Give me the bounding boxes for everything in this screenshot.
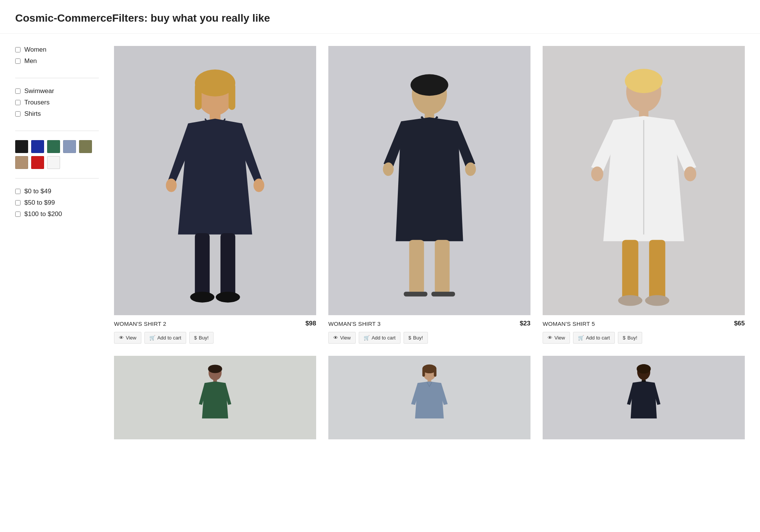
buy-button-1[interactable]: $ Buy!: [189, 332, 214, 344]
cart-icon: 🛒: [149, 335, 155, 341]
gender-filter-group: Women Men: [15, 46, 99, 78]
color-black[interactable]: [15, 140, 28, 153]
color-tan[interactable]: [15, 156, 28, 169]
price-filter-group: $0 to $49 $50 to $99 $100 to $200: [15, 188, 99, 231]
checkbox-men[interactable]: [15, 58, 21, 64]
svg-point-24: [625, 69, 662, 93]
svg-point-10: [190, 292, 214, 302]
color-white[interactable]: [47, 156, 60, 169]
svg-point-28: [684, 166, 696, 181]
checkbox-shirts[interactable]: [15, 111, 21, 117]
checkbox-swimwear[interactable]: [15, 88, 21, 94]
filter-swimwear[interactable]: Swimwear: [15, 87, 99, 95]
product-image-5: [328, 356, 530, 439]
buy-label: Buy!: [199, 335, 209, 341]
svg-point-6: [166, 178, 177, 192]
filter-men[interactable]: Men: [15, 57, 99, 65]
add-to-cart-button-1[interactable]: 🛒 Add to cart: [144, 332, 186, 344]
view-button-2[interactable]: 👁 View: [328, 332, 356, 344]
svg-rect-21: [431, 292, 455, 296]
dollar-icon: $: [194, 335, 197, 341]
view-button-3[interactable]: 👁 View: [543, 332, 570, 344]
product-info-1: WOMAN'S SHIRT 2 $98: [114, 320, 316, 327]
product-actions-1: 👁 View 🛒 Add to cart $ Buy!: [114, 332, 316, 344]
svg-rect-30: [649, 240, 665, 301]
color-olive[interactable]: [79, 140, 92, 153]
svg-point-31: [618, 295, 643, 306]
filter-price-0-49[interactable]: $0 to $49: [15, 188, 99, 195]
color-blue[interactable]: [31, 140, 44, 153]
view-label: View: [126, 335, 136, 341]
product-actions-3: 👁 View 🛒 Add to cart $ Buy!: [543, 332, 745, 344]
svg-point-27: [591, 166, 603, 181]
view-label-2: View: [340, 335, 351, 341]
cart-icon-3: 🛒: [578, 335, 584, 341]
svg-rect-19: [435, 240, 450, 294]
svg-rect-29: [622, 240, 638, 301]
sidebar: Women Men Swimwear Trousers Shirts: [15, 46, 99, 439]
svg-rect-9: [220, 233, 235, 297]
product-image-6: [543, 356, 745, 439]
svg-rect-41: [434, 369, 437, 377]
buy-label-2: Buy!: [413, 335, 423, 341]
add-to-cart-button-3[interactable]: 🛒 Add to cart: [573, 332, 615, 344]
checkbox-women[interactable]: [15, 47, 21, 52]
color-light-blue[interactable]: [63, 140, 76, 153]
color-swatches: [15, 140, 99, 169]
cart-label: Add to cart: [157, 335, 181, 341]
filter-women-label: Women: [24, 46, 46, 54]
filter-trousers[interactable]: Trousers: [15, 99, 99, 106]
view-button-1[interactable]: 👁 View: [114, 332, 141, 344]
svg-rect-3: [195, 83, 202, 110]
svg-point-32: [645, 295, 670, 306]
checkbox-price-0-49[interactable]: [15, 189, 21, 194]
products-grid: WOMAN'S SHIRT 2 $98 👁 View 🛒 Add to cart…: [114, 46, 745, 439]
svg-point-14: [410, 74, 448, 96]
add-to-cart-button-2[interactable]: 🛒 Add to cart: [359, 332, 401, 344]
filter-price-0-49-label: $0 to $49: [24, 188, 51, 195]
filter-women[interactable]: Women: [15, 46, 99, 54]
product-image-1: [114, 46, 316, 315]
page-title: Cosmic-CommerceFilters: buy what you rea…: [0, 0, 760, 34]
color-green[interactable]: [47, 140, 60, 153]
cart-label-2: Add to cart: [372, 335, 396, 341]
svg-rect-8: [195, 233, 210, 297]
checkbox-price-50-99[interactable]: [15, 200, 21, 205]
filter-price-100-200-label: $100 to $200: [24, 210, 62, 218]
color-filter-group: [15, 140, 99, 178]
filter-price-50-99-label: $50 to $99: [24, 199, 55, 207]
color-red[interactable]: [31, 156, 44, 169]
product-card-3: WOMAN'S SHIRT 5 $65 👁 View 🛒 Add to cart…: [543, 46, 745, 344]
svg-rect-18: [409, 240, 424, 294]
filter-shirts-label: Shirts: [24, 110, 41, 118]
filter-price-50-99[interactable]: $50 to $99: [15, 199, 99, 207]
product-image-3: [543, 46, 745, 315]
svg-rect-4: [228, 83, 235, 110]
product-name-1: WOMAN'S SHIRT 2: [114, 320, 166, 327]
dollar-icon-3: $: [623, 335, 625, 341]
checkbox-trousers[interactable]: [15, 100, 21, 105]
eye-icon-3: 👁: [548, 335, 553, 341]
filter-price-100-200[interactable]: $100 to $200: [15, 210, 99, 218]
product-card-5: [328, 356, 530, 439]
filter-swimwear-label: Swimwear: [24, 87, 54, 95]
product-info-3: WOMAN'S SHIRT 5 $65: [543, 320, 745, 327]
svg-point-11: [216, 292, 240, 302]
product-actions-2: 👁 View 🛒 Add to cart $ Buy!: [328, 332, 530, 344]
product-price-2: $23: [520, 320, 530, 327]
product-image-2: [328, 46, 530, 315]
product-card-6: [543, 356, 745, 439]
product-price-3: $65: [734, 320, 745, 327]
product-card-2: WOMAN'S SHIRT 3 $23 👁 View 🛒 Add to cart…: [328, 46, 530, 344]
main-layout: Women Men Swimwear Trousers Shirts: [0, 34, 760, 451]
eye-icon-2: 👁: [333, 335, 338, 341]
product-image-4: [114, 356, 316, 439]
buy-button-2[interactable]: $ Buy!: [404, 332, 428, 344]
filter-shirts[interactable]: Shirts: [15, 110, 99, 118]
svg-point-17: [465, 163, 476, 176]
product-card-1: WOMAN'S SHIRT 2 $98 👁 View 🛒 Add to cart…: [114, 46, 316, 344]
checkbox-price-100-200[interactable]: [15, 212, 21, 217]
buy-button-3[interactable]: $ Buy!: [618, 332, 642, 344]
view-label-3: View: [554, 335, 565, 341]
cart-label-3: Add to cart: [586, 335, 610, 341]
